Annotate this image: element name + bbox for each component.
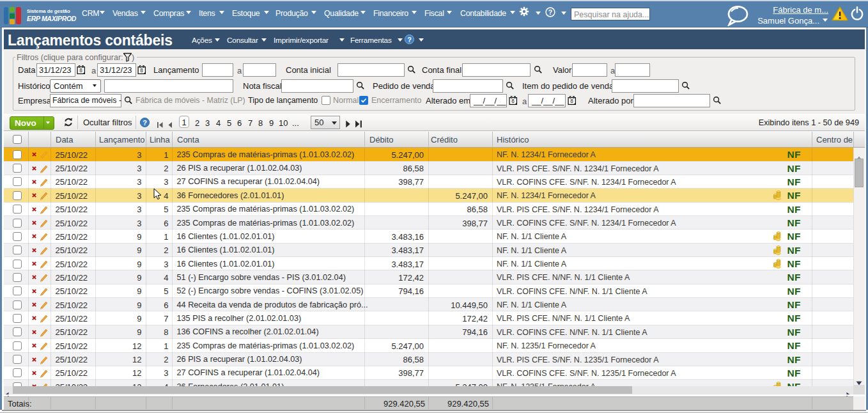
svg-text:8: 8: [79, 68, 82, 74]
svg-text:8: 8: [570, 98, 573, 104]
svg-text:?: ?: [548, 8, 552, 16]
svg-text:8: 8: [140, 68, 143, 74]
svg-text:8: 8: [511, 98, 515, 104]
